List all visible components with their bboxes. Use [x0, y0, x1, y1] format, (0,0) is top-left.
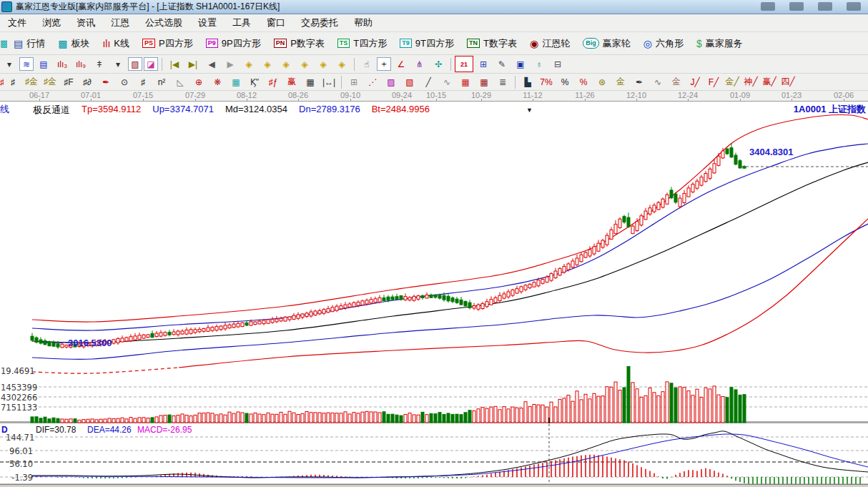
info-doc-icon[interactable]: ▤	[35, 57, 52, 71]
target-icon[interactable]: ⊕	[190, 75, 207, 89]
window-button-4[interactable]	[847, 2, 861, 11]
diamond-star-icon[interactable]: ◈	[315, 57, 332, 71]
color-chart-icon[interactable]: ◪	[144, 57, 158, 71]
candle-style-icon[interactable]: ǂ	[91, 57, 108, 71]
diamond-left-icon[interactable]: ◈	[259, 57, 276, 71]
trend-view-icon[interactable]: ≋	[19, 57, 34, 71]
first-bar-icon[interactable]: |◀	[166, 57, 183, 71]
toolbar-winner-service-button[interactable]: $赢家服务	[690, 34, 749, 53]
red-web-icon[interactable]: ❋	[209, 75, 226, 89]
shen-angle-icon[interactable]: 神╱	[742, 75, 759, 89]
hand-tool-icon[interactable]: ☝	[358, 57, 375, 71]
percent-lines-icon[interactable]: %	[575, 75, 592, 89]
grid-web-icon[interactable]: ▦	[227, 75, 245, 89]
seven-percent-icon[interactable]: 7%	[538, 75, 555, 89]
toolbar-gann-wheel-button[interactable]: ◉江恩轮	[523, 34, 576, 53]
diamond-both-icon[interactable]: ◈	[277, 57, 295, 71]
grid-123-icon[interactable]: ▦	[302, 75, 319, 89]
position-marker-icon[interactable]: ▼	[526, 107, 533, 114]
percent-icon[interactable]: %	[556, 75, 573, 89]
j-angle-icon[interactable]: J╱	[686, 75, 704, 89]
menu-江恩[interactable]: 江恩	[103, 14, 137, 31]
calculator-icon[interactable]: ⊞	[475, 57, 492, 71]
menu-浏览[interactable]: 浏览	[34, 14, 69, 31]
prev-icon[interactable]: ◀	[203, 57, 220, 71]
crosshair-tool-icon[interactable]: ＋	[377, 57, 391, 71]
time-circle-icon[interactable]: ⊙	[116, 75, 133, 89]
print-icon[interactable]: ⊟	[549, 57, 566, 71]
zigzag-icon[interactable]: ∿	[438, 75, 455, 89]
window-button-2[interactable]	[789, 2, 804, 11]
candle-caret-icon[interactable]: ▾	[109, 57, 127, 71]
menu-设置[interactable]: 设置	[190, 14, 225, 31]
toolbar-t-square-button[interactable]: TST四方形	[331, 34, 393, 53]
toolbar-hexagon-button[interactable]: ◎六角形	[637, 34, 690, 53]
toolbar-9p-square-button[interactable]: P99P四方形	[199, 34, 267, 53]
menu-资讯[interactable]: 资讯	[69, 14, 103, 31]
menu-文件[interactable]: 文件	[0, 14, 34, 31]
diamond-expand-icon[interactable]: ◈	[333, 57, 350, 71]
gold-circle-icon[interactable]: ⊛	[593, 75, 611, 89]
angle-measure-icon[interactable]: ∠	[393, 57, 410, 71]
toolbar-kline-button[interactable]: ılıK线	[96, 34, 136, 53]
blue-steps-icon[interactable]: ▙	[519, 75, 536, 89]
four-angle-icon[interactable]: 四╱	[779, 75, 797, 89]
menu-工具[interactable]: 工具	[225, 14, 259, 31]
n-squared-icon[interactable]: n²	[153, 75, 170, 89]
toolbar-winner-wheel-button[interactable]: Big赢家轮	[576, 34, 637, 53]
gold-comb-2-icon[interactable]: ♯金	[41, 75, 59, 89]
menu-交易委托[interactable]: 交易委托	[293, 14, 346, 31]
toolbar-9t-square-button[interactable]: T99T四方形	[393, 34, 460, 53]
wave-channel-icon[interactable]: ∿	[649, 75, 666, 89]
k-quote-icon[interactable]: Ϗ"	[246, 75, 263, 89]
diamond-right-icon[interactable]: ◈	[240, 57, 257, 71]
red-fan-icon[interactable]: ⋰	[364, 75, 381, 89]
menu-帮助[interactable]: 帮助	[346, 14, 380, 31]
gold-comb-1-icon[interactable]: ♯金	[23, 75, 40, 89]
menu-窗口[interactable]: 窗口	[259, 14, 293, 31]
multi-line-icon[interactable]: ≣	[494, 75, 511, 89]
angle-ruler-icon[interactable]: ◺	[172, 75, 189, 89]
comb-plain-icon[interactable]: ♯	[134, 75, 152, 89]
save-icon[interactable]: ▣	[512, 57, 529, 71]
gann-panel-icon[interactable]: ▧	[128, 57, 142, 71]
next-icon[interactable]: ▶	[222, 57, 239, 71]
toolbar-p-number-table-button[interactable]: PNP数字表	[267, 34, 331, 53]
square-frame-icon[interactable]: ⊞	[345, 75, 363, 89]
grid-red2-icon[interactable]: ▦	[475, 75, 493, 89]
trend-lines-icon[interactable]: ╱	[420, 75, 437, 89]
notebook-icon[interactable]: ✎	[493, 57, 511, 71]
grid-red-icon[interactable]: ▦	[457, 75, 474, 89]
clamp-tool-icon[interactable]: ⋔	[411, 57, 428, 71]
fan-box-icon[interactable]: ▨	[383, 75, 400, 89]
brush-pen-icon[interactable]: ✒	[631, 75, 648, 89]
f-angle-icon[interactable]: F╱	[705, 75, 722, 89]
diamond-plus-icon[interactable]: ◈	[296, 57, 313, 71]
last-bar-icon[interactable]: ▶|	[184, 57, 202, 71]
web-update-icon[interactable]: ♁	[531, 57, 548, 71]
toolbar-p-square-button[interactable]: PSP四方形	[136, 34, 199, 53]
calendar-icon[interactable]: 21	[455, 56, 473, 72]
f-red-comb-icon[interactable]: ♯ƒ	[265, 75, 282, 89]
gann-comb-icon[interactable]: ♯	[4, 75, 21, 89]
toolbar-t-number-table-button[interactable]: TNT数字表	[460, 34, 523, 53]
window-button-3[interactable]	[818, 2, 832, 11]
gold-lines-icon[interactable]: 金	[612, 75, 629, 89]
win-angle-icon[interactable]: 赢╱	[761, 75, 778, 89]
dropdown-caret-icon[interactable]: ▾	[1, 57, 18, 71]
bars-3-icon[interactable]: ılı₃	[54, 57, 71, 71]
f-comb-icon[interactable]: ♯F	[60, 75, 77, 89]
rocket-pen-icon[interactable]: ✒	[97, 75, 114, 89]
win-comb-icon[interactable]: 赢	[283, 75, 300, 89]
gold-angle-icon[interactable]: 金╱	[724, 75, 741, 89]
pattern-tool-icon[interactable]: ✣	[430, 57, 447, 71]
bars-9-icon[interactable]: ılı₉	[72, 57, 89, 71]
gold-underline-icon[interactable]: 金	[668, 75, 685, 89]
menu-公式选股[interactable]: 公式选股	[137, 14, 190, 31]
window-button-1[interactable]	[761, 2, 775, 11]
fan-box-red-icon[interactable]: ▧	[401, 75, 418, 89]
toolbar-sectors-button[interactable]: ▩板块	[51, 34, 96, 53]
spiral-comb-icon[interactable]: ♯∂	[79, 75, 96, 89]
toolbar-quotes-button[interactable]: ▤行情	[7, 34, 51, 53]
width-arrows-icon[interactable]: |↔|	[320, 75, 337, 89]
